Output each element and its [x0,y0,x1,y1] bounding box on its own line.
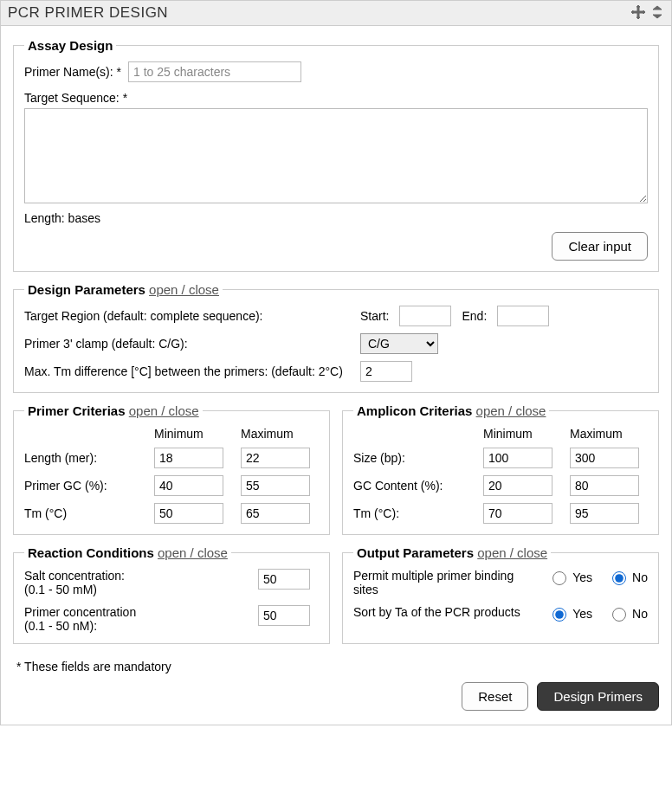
amplicon-tm-min-input[interactable] [483,503,552,524]
primer-tm-min-input[interactable] [154,503,223,524]
clear-input-button[interactable]: Clear input [552,232,648,261]
design-primers-button[interactable]: Design Primers [537,682,659,711]
primer-max-header: Maximum [241,427,319,441]
collapse-icon[interactable] [650,5,664,22]
amplicon-criteria-toggle[interactable]: open / close [476,403,546,418]
amplicon-tm-max-input[interactable] [570,503,639,524]
output-parameters-fieldset: Output Parameters open / close Permit mu… [342,545,659,644]
amplicon-max-header: Maximum [570,427,648,441]
target-region-label: Target Region (default: complete sequenc… [24,309,353,323]
panel-title: PCR PRIMER DESIGN [8,4,168,22]
amplicon-tm-label: Tm (°C): [353,506,475,520]
primer-name-label: Primer Name(s): * [24,65,121,79]
amplicon-size-min-input[interactable] [483,448,552,468]
reaction-conditions-legend: Reaction Conditions open / close [24,545,231,560]
panel-header: PCR PRIMER DESIGN [1,1,671,26]
start-input[interactable] [399,306,451,326]
design-parameters-toggle[interactable]: open / close [149,282,219,297]
reset-button[interactable]: Reset [462,682,528,711]
primer-tm-label: Tm (°C) [24,506,145,520]
clamp-select[interactable]: C/G [360,333,438,354]
amplicon-size-max-input[interactable] [570,448,639,468]
primer-criteria-fieldset: Primer Criterias open / close Minimum Ma… [13,403,330,535]
sort-by-ta-yes[interactable]: Yes [548,605,592,622]
assay-design-legend: Assay Design [24,38,116,53]
primer-criteria-legend: Primer Criterias open / close [24,403,203,418]
mandatory-note: * These fields are mandatory [16,660,659,673]
salt-conc-input[interactable] [258,569,310,590]
primer-gc-max-input[interactable] [241,475,310,496]
target-sequence-label: Target Sequence: * [24,91,127,105]
end-label: End: [462,309,487,323]
amplicon-min-header: Minimum [483,427,561,441]
primer-tm-max-input[interactable] [241,503,310,524]
primer-conc-input[interactable] [258,605,310,626]
sort-by-ta-no[interactable]: No [608,605,648,622]
permit-multi-yes[interactable]: Yes [548,569,592,585]
design-parameters-fieldset: Design Parameters open / close Target Re… [13,282,659,393]
assay-design-fieldset: Assay Design Primer Name(s): * Target Se… [13,38,659,272]
primer-gc-min-input[interactable] [154,475,223,496]
amplicon-gc-max-input[interactable] [570,475,639,496]
amplicon-gc-min-input[interactable] [483,475,552,496]
primer-min-header: Minimum [154,427,232,441]
reaction-conditions-fieldset: Reaction Conditions open / close Salt co… [13,545,330,644]
panel-body: Assay Design Primer Name(s): * Target Se… [1,26,671,725]
start-label: Start: [360,309,389,323]
target-sequence-textarea[interactable] [24,108,648,203]
amplicon-gc-label: GC Content (%): [353,479,475,493]
move-icon[interactable] [631,5,645,22]
primer-name-input[interactable] [128,61,301,82]
reaction-conditions-toggle[interactable]: open / close [158,545,228,560]
end-input[interactable] [497,306,549,326]
design-parameters-legend: Design Parameters open / close [24,282,223,297]
max-tm-diff-input[interactable] [360,361,412,382]
sequence-length-text: Length: bases [24,211,648,225]
primer-length-max-input[interactable] [241,448,310,468]
salt-conc-label: Salt concentration: (0.1 - 50 mM) [24,569,249,596]
permit-multi-no[interactable]: No [608,569,648,585]
amplicon-criteria-fieldset: Amplicon Criterias open / close Minimum … [342,403,659,535]
primer-criteria-toggle[interactable]: open / close [129,403,199,418]
primer-length-label: Length (mer): [24,451,145,465]
permit-multi-label: Permit multiple primer binding sites [353,569,533,596]
primer-conc-label: Primer concentration (0.1 - 50 nM): [24,605,249,633]
amplicon-size-label: Size (bp): [353,451,475,465]
amplicon-criteria-legend: Amplicon Criterias open / close [353,403,549,418]
output-parameters-toggle[interactable]: open / close [477,545,547,560]
primer-gc-label: Primer GC (%): [24,479,145,493]
pcr-primer-design-panel: PCR PRIMER DESIGN Assay Design Primer Na… [0,0,672,725]
clamp-label: Primer 3' clamp (default: C/G): [24,337,353,351]
max-tm-diff-label: Max. Tm difference [°C] between the prim… [24,364,353,378]
primer-length-min-input[interactable] [154,448,223,468]
output-parameters-legend: Output Parameters open / close [353,545,551,560]
sort-by-ta-label: Sort by Ta of the PCR products [353,605,533,619]
